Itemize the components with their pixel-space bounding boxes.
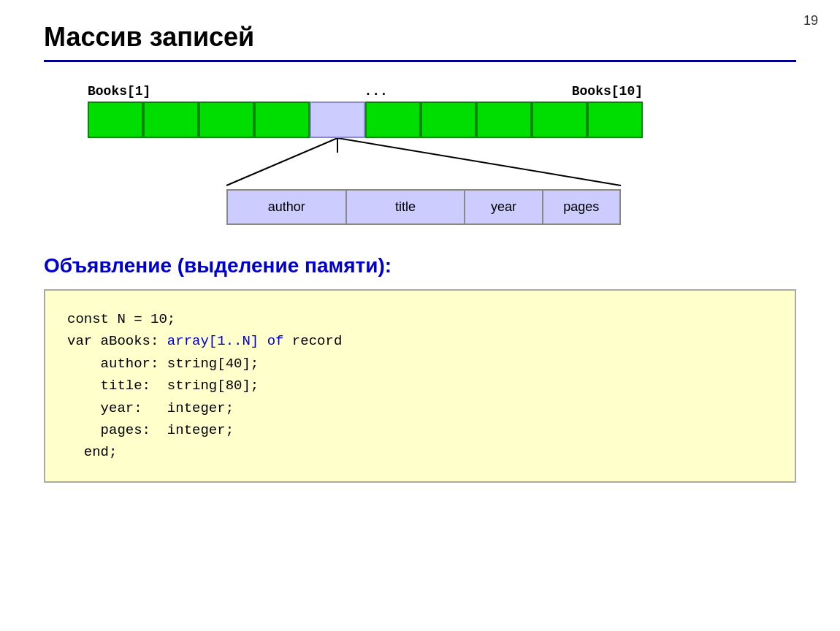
declaration-title: Объявление (выделение памяти):: [44, 254, 796, 278]
label-books10: Books[10]: [572, 84, 643, 99]
field-pages: pages: [543, 191, 619, 223]
svg-line-0: [226, 138, 337, 186]
array-cell-5: [365, 102, 421, 138]
record-fields-table: author title year pages: [226, 189, 621, 225]
diagram-section: Books[1] ... Books[10]: [88, 84, 796, 225]
code-line-2: author: string[40];: [67, 353, 773, 375]
code-line-1: var aBooks: array[1..N] of record: [67, 330, 773, 352]
svg-line-1: [337, 138, 621, 186]
title-divider: [44, 60, 796, 62]
array-cell-9: [587, 102, 643, 138]
array-cell-6: [421, 102, 476, 138]
code-line-3: title: string[80];: [67, 375, 773, 397]
slide-content: 19 Массив записей Books[1] ... Books[10]: [0, 0, 840, 505]
field-year: year: [465, 191, 543, 223]
code-line-0: const N = 10;: [67, 308, 773, 330]
field-title: title: [347, 191, 466, 223]
array-cell-selected: [310, 102, 365, 138]
code-line-5: pages: integer;: [67, 419, 773, 441]
code-line-6: end;: [67, 441, 773, 463]
array-boxes: [88, 102, 643, 138]
array-cell-7: [476, 102, 532, 138]
array-cell-1: [143, 102, 199, 138]
array-cell-2: [199, 102, 254, 138]
array-cell-8: [532, 102, 587, 138]
array-labels: Books[1] ... Books[10]: [88, 84, 643, 99]
connector-lines: [88, 138, 643, 189]
field-author: author: [228, 191, 347, 223]
code-line-4: year: integer;: [67, 397, 773, 419]
page-number: 19: [803, 13, 818, 28]
label-books1: Books[1]: [88, 84, 150, 99]
array-cell-3: [254, 102, 310, 138]
array-cell-0: [88, 102, 143, 138]
page-title: Массив записей: [44, 22, 796, 53]
code-block: const N = 10; var aBooks: array[1..N] of…: [44, 289, 796, 483]
label-ellipsis: ...: [364, 84, 387, 99]
